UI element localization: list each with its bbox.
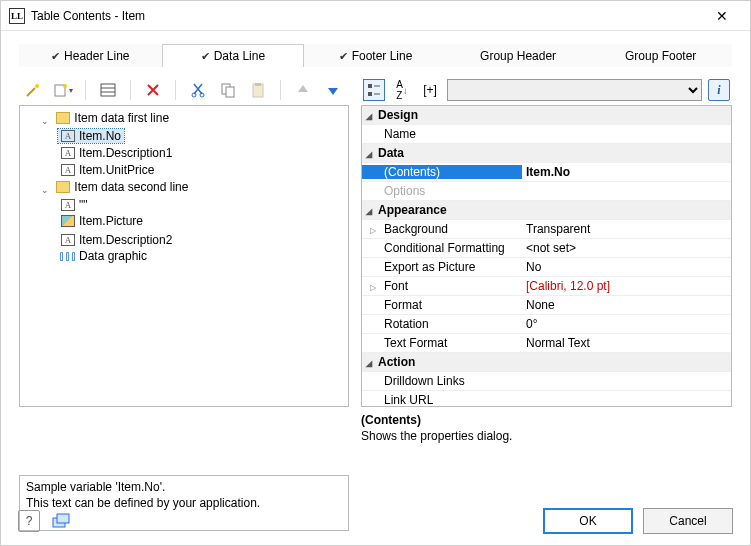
prop-cond-format[interactable]: Conditional Formatting<not set> (362, 239, 731, 258)
svg-rect-3 (101, 84, 115, 96)
group-data[interactable]: ◢Data (362, 144, 731, 163)
prop-format[interactable]: FormatNone (362, 296, 731, 315)
wand-icon[interactable] (23, 80, 43, 100)
ok-button[interactable]: OK (543, 508, 633, 534)
check-icon: ✔ (201, 50, 210, 63)
svg-point-0 (35, 84, 39, 88)
tree-group[interactable]: Item data first line (53, 111, 172, 125)
layers-icon[interactable] (50, 510, 72, 532)
prop-export-pic[interactable]: Export as PictureNo (362, 258, 731, 277)
tree-item[interactable]: AItem.Description2 (58, 233, 175, 247)
collapse-icon[interactable]: ⌄ (40, 116, 50, 126)
tab-data-line[interactable]: ✔Data Line (162, 44, 305, 67)
svg-rect-17 (57, 514, 69, 523)
image-field-icon (61, 215, 75, 227)
prop-link-url[interactable]: Link URL (362, 391, 731, 407)
prop-text-format[interactable]: Text FormatNormal Text (362, 334, 731, 353)
prop-drilldown[interactable]: Drilldown Links (362, 372, 731, 391)
sort-icon[interactable]: AZ↓ (391, 79, 413, 101)
text-field-icon: A (61, 147, 75, 159)
folder-icon (56, 112, 70, 124)
prop-font[interactable]: ▷Font[Calibri, 12.0 pt] (362, 277, 731, 296)
prop-contents[interactable]: (Contents)Item.No (362, 163, 731, 182)
svg-rect-12 (368, 84, 372, 88)
prop-background[interactable]: ▷BackgroundTransparent (362, 220, 731, 239)
help-button[interactable]: ? (18, 510, 40, 532)
window-title: Table Contents - Item (31, 9, 702, 23)
text-field-icon: A (61, 234, 75, 246)
close-button[interactable]: ✕ (702, 8, 742, 24)
collapse-icon[interactable]: ⌄ (40, 185, 50, 195)
svg-rect-9 (226, 87, 234, 97)
paste-icon[interactable] (248, 80, 268, 100)
new-item-icon[interactable]: ▾ (53, 80, 73, 100)
tree-item-selected[interactable]: AItem.No (58, 129, 124, 143)
check-icon: ✔ (51, 50, 60, 63)
tab-header-line[interactable]: ✔Header Line (19, 44, 162, 67)
text-field-icon: A (61, 130, 75, 142)
tree-item[interactable]: ⫿⫿⫿Data graphic (58, 249, 150, 263)
cut-icon[interactable] (188, 80, 208, 100)
text-field-icon: A (61, 199, 75, 211)
property-grid: ◢Design Name ◢Data (Contents)Item.No Opt… (361, 105, 732, 407)
copy-icon[interactable] (218, 80, 238, 100)
tree-group[interactable]: Item data second line (53, 180, 191, 194)
tab-group-header[interactable]: Group Header (447, 44, 590, 67)
check-icon: ✔ (339, 50, 348, 63)
properties-icon[interactable] (98, 80, 118, 100)
prop-rotation[interactable]: Rotation0° (362, 315, 731, 334)
prop-options[interactable]: Options (362, 182, 731, 201)
tree-item[interactable]: Item.Picture (58, 214, 146, 228)
tree-item[interactable]: AItem.Description1 (58, 146, 175, 160)
info-icon[interactable]: i (708, 79, 730, 101)
property-filter-select[interactable] (447, 79, 702, 101)
svg-rect-11 (255, 83, 261, 86)
move-down-icon[interactable] (323, 80, 343, 100)
property-toolbar: AZ↓ [+] i (361, 75, 732, 105)
move-up-icon[interactable] (293, 80, 313, 100)
svg-point-2 (63, 84, 67, 88)
left-toolbar: ▾ (19, 75, 349, 105)
tab-group-footer[interactable]: Group Footer (589, 44, 732, 67)
delete-icon[interactable] (143, 80, 163, 100)
app-logo: LL (9, 8, 25, 24)
tab-strip: ✔Header Line ✔Data Line ✔Footer Line Gro… (19, 43, 732, 67)
group-action[interactable]: ◢Action (362, 353, 731, 372)
expand-all-icon[interactable]: [+] (419, 79, 441, 101)
tab-footer-line[interactable]: ✔Footer Line (304, 44, 447, 67)
field-tree: ⌄ Item data first line AItem.No AItem.De… (19, 105, 349, 407)
tree-item[interactable]: AItem.UnitPrice (58, 163, 157, 177)
cancel-button[interactable]: Cancel (643, 508, 733, 534)
group-appearance[interactable]: ◢Appearance (362, 201, 731, 220)
group-design[interactable]: ◢Design (362, 106, 731, 125)
tree-item[interactable]: A"" (58, 198, 91, 212)
svg-rect-13 (368, 92, 372, 96)
property-help: (Contents) Shows the properties dialog. (361, 413, 732, 444)
folder-icon (56, 181, 70, 193)
categorized-icon[interactable] (363, 79, 385, 101)
prop-name[interactable]: Name (362, 125, 731, 144)
text-field-icon: A (61, 164, 75, 176)
chart-field-icon: ⫿⫿⫿ (61, 250, 75, 262)
